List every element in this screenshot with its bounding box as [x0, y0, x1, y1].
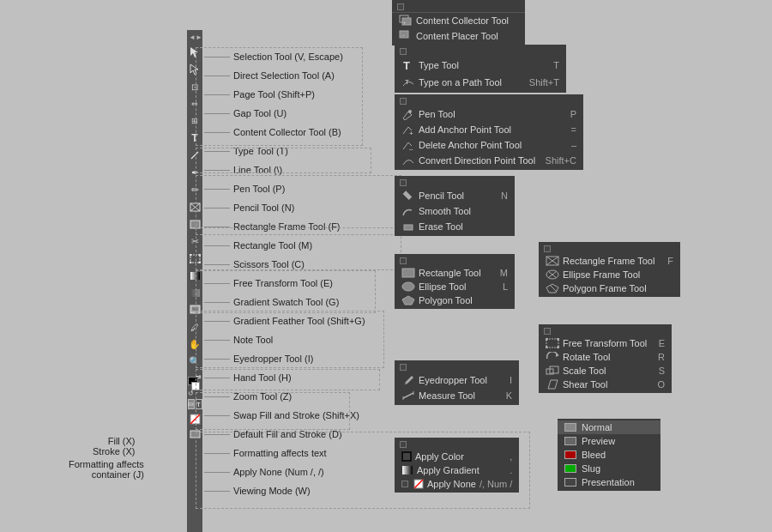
popup-ac-item-1[interactable]: Apply Color ,	[395, 450, 519, 463]
eyedropper-tool-label[interactable]: Eyedropper Tool (I)	[233, 354, 313, 364]
rectangle-frame-panel-icon[interactable]	[187, 198, 202, 215]
rectangle-panel-icon[interactable]	[187, 215, 202, 233]
selection-tool-icon[interactable]	[187, 44, 202, 61]
popup-pencil-item-2[interactable]: Smooth Tool	[395, 203, 515, 219]
popup-eyedropper: Eyedropper Tool I Measure Tool K	[395, 360, 519, 405]
line-tool-label[interactable]: Line Tool (\)	[233, 165, 282, 175]
popup-ft-item-2[interactable]: Rotate Tool R	[539, 350, 672, 364]
direct-selection-tool-icon[interactable]	[187, 61, 202, 78]
popup-ac-item-3[interactable]: Apply None /, Num /	[395, 477, 519, 491]
pen-tool-panel-icon[interactable]: ✒	[187, 164, 202, 181]
popup-ft-item-1[interactable]: Free Transform Tool E	[539, 336, 672, 350]
popup-rf-item-1[interactable]: Rectangle Frame Tool F	[539, 254, 680, 268]
gradient-feather-panel-icon[interactable]	[187, 284, 202, 301]
gap-tool-icon[interactable]: ⇔	[187, 95, 202, 112]
rect-frame-tool-label[interactable]: Rectangle Frame Tool (F)	[233, 221, 341, 232]
page-tool-label[interactable]: Page Tool (Shift+P)	[233, 89, 315, 100]
zoom-panel-icon[interactable]: 🔍	[187, 353, 202, 370]
pencil-tool-label[interactable]: Pencil Tool (N)	[233, 203, 294, 213]
gap-tool-label[interactable]: Gap Tool (U)	[233, 108, 286, 118]
formatting-text-icon[interactable]: T	[196, 399, 202, 409]
pencil-popup-icon	[401, 190, 415, 202]
content-collector-tool-label[interactable]: Content Collector Tool (B)	[233, 127, 341, 137]
popup-type-item-2[interactable]: T Type on a Path Tool Shift+T	[395, 74, 566, 91]
viewing-mode-panel-icon[interactable]	[187, 426, 202, 442]
svg-rect-19	[190, 431, 200, 438]
popup-pencil-item-3[interactable]: Erase Tool	[395, 219, 515, 234]
viewing-mode-label[interactable]: Viewing Mode (W)	[233, 486, 311, 496]
popup-type-item-1[interactable]: T Type Tool T	[395, 57, 566, 74]
popup-pen-item-4[interactable]: Convert Direction Point Tool Shift+C	[395, 153, 583, 168]
smooth-tool-icon	[401, 205, 415, 217]
popup-pen-item-3[interactable]: – Delete Anchor Point Tool –	[395, 137, 583, 153]
gradient-swatch-panel-icon[interactable]	[187, 267, 202, 284]
selection-tool-label[interactable]: Selection Tool (V, Escape)	[233, 51, 343, 62]
popup-pen-shortcut-4: Shift+C	[546, 155, 576, 166]
rectangle-popup-icon	[401, 268, 415, 278]
popup-rect-item-2[interactable]: Ellipse Tool L	[395, 280, 515, 293]
popup-ac-item-2[interactable]: Apply Gradient .	[395, 463, 519, 477]
pencil-tool-panel-icon[interactable]: ✏	[187, 181, 202, 198]
type-tool-panel-icon[interactable]: T	[187, 130, 202, 147]
popup-cc-item-2[interactable]: → Content Placer Tool	[392, 28, 525, 44]
rectangle-tool-label[interactable]: Rectangle Tool (M)	[233, 240, 312, 251]
swap-fill-label[interactable]: Swap Fill and Stroke (Shift+X)	[233, 410, 359, 420]
line7	[204, 170, 230, 171]
eyedropper-panel-icon[interactable]: 🖊	[187, 318, 202, 336]
popup-ft-item-3[interactable]: Scale Tool S	[539, 364, 672, 378]
popup-rect-header	[395, 256, 515, 266]
pen-tool-label[interactable]: Pen Tool (P)	[233, 184, 285, 194]
page-tool-row: Page Tool (Shift+P)	[204, 85, 365, 104]
popup-rf-item-3[interactable]: Polygon Frame Tool	[539, 281, 680, 295]
svg-rect-13	[190, 289, 200, 297]
popup-cc-item-1[interactable]: + Content Collector Tool	[392, 13, 525, 28]
zoom-tool-label[interactable]: Zoom Tool (Z)	[233, 391, 292, 402]
free-transform-tool-label[interactable]: Free Transform Tool (E)	[233, 278, 333, 288]
hand-panel-icon[interactable]: ✋	[187, 336, 202, 353]
scissors-tool-label[interactable]: Scissors Tool (C)	[233, 259, 305, 269]
gradient-swatch-tool-label[interactable]: Gradient Swatch Tool (G)	[233, 297, 339, 307]
popup-ed-item-2[interactable]: Measure Tool K	[395, 388, 519, 403]
popup-ed-item-1[interactable]: Eyedropper Tool I	[395, 372, 519, 388]
popup-rect-shortcut-2: L	[503, 281, 508, 292]
panel-collapse-icon[interactable]: ◄	[189, 33, 196, 41]
line-tool-panel-icon[interactable]	[187, 147, 202, 164]
default-fill-stroke-icon[interactable]: ↺	[188, 390, 194, 397]
apply-none-icon[interactable]	[187, 411, 202, 426]
popup-rect-item-1[interactable]: Rectangle Tool M	[395, 266, 515, 280]
panel-expand-icon[interactable]: ►	[196, 33, 202, 41]
popup-mode-item-2[interactable]: Preview	[558, 434, 660, 448]
apply-none-label[interactable]: Apply None (Num /, /)	[233, 467, 324, 477]
scale-popup-icon	[546, 366, 559, 376]
hand-tool-label[interactable]: Hand Tool (H)	[233, 372, 292, 383]
note-tool-panel-icon[interactable]	[187, 301, 202, 318]
popup-mode-item-5[interactable]: Presentation	[558, 475, 660, 489]
popup-rect-item-3[interactable]: Polygon Tool	[395, 293, 515, 307]
default-fill-label[interactable]: Default Fill and Stroke (D)	[233, 429, 342, 439]
content-collector-panel-icon[interactable]: ⊞	[187, 112, 202, 130]
popup-mode-item-4[interactable]: Slug	[558, 462, 660, 475]
page-tool-icon[interactable]: ⊡	[187, 78, 202, 95]
formatting-text-label[interactable]: Formatting affects text	[233, 448, 327, 458]
rotate-popup-icon	[546, 352, 559, 362]
popup-pen-item-2[interactable]: + Add Anchor Point Tool =	[395, 122, 583, 137]
type-tool-popup-icon: T	[401, 58, 415, 72]
popup-pen-item-1[interactable]: Pen Tool P	[395, 106, 583, 122]
popup-rf-item-2[interactable]: Ellipse Frame Tool	[539, 268, 680, 281]
convert-direction-icon	[401, 154, 415, 166]
popup-mode-item-1[interactable]: Normal	[558, 420, 660, 434]
pen-popup-icon	[401, 108, 415, 120]
popup-rect-label-3: Polygon Tool	[419, 295, 473, 305]
popup-pen-shortcut-3: –	[571, 140, 576, 150]
preview-mode-icon	[564, 437, 576, 445]
type-tool-label[interactable]: Type Tool (T)	[233, 146, 288, 156]
gradient-feather-tool-label[interactable]: Gradient Feather Tool (Shift+G)	[233, 316, 365, 326]
scissors-panel-icon[interactable]: ✂	[187, 233, 202, 250]
formatting-container-icon[interactable]: ▭	[188, 399, 195, 409]
popup-ft-item-4[interactable]: Shear Tool O	[539, 378, 672, 391]
popup-mode-item-3[interactable]: Bleed	[558, 448, 660, 462]
note-tool-label[interactable]: Note Tool	[233, 335, 273, 345]
free-transform-panel-icon[interactable]	[187, 250, 202, 267]
popup-pencil-item-1[interactable]: Pencil Tool N	[395, 188, 515, 203]
direct-selection-tool-label[interactable]: Direct Selection Tool (A)	[233, 70, 335, 81]
